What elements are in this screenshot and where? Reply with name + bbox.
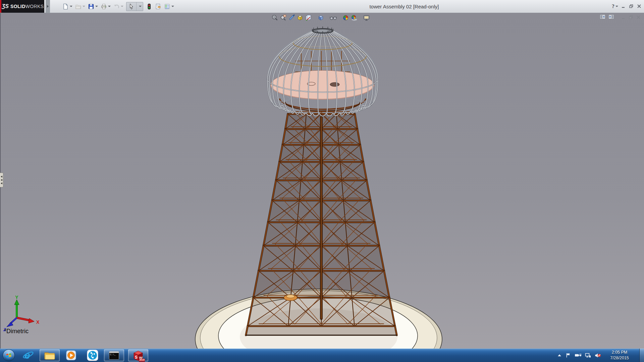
zoom-to-area-icon <box>280 14 287 21</box>
headsup-group-display <box>317 14 325 21</box>
open-folder-icon <box>75 3 82 10</box>
document-restore-button[interactable] <box>629 14 633 20</box>
brand-works: WORKS <box>25 4 44 9</box>
document-minimize-button[interactable] <box>622 14 626 20</box>
file-properties-button[interactable] <box>155 3 161 10</box>
save-icon <box>88 3 94 10</box>
flag-icon <box>566 353 571 358</box>
internet-explorer-icon: e <box>22 349 34 361</box>
start-button[interactable] <box>0 349 17 362</box>
taskbar-slot-explorer <box>39 349 60 362</box>
shaded-cube-button[interactable] <box>317 14 325 21</box>
taskbar-item-share-app[interactable] <box>82 349 103 362</box>
select-tool <box>126 2 143 11</box>
titlebar-controls: ? <box>612 0 641 13</box>
taskbar-item-command-prompt[interactable]: C:\_ <box>104 349 124 361</box>
apply-scene-button[interactable] <box>351 14 358 21</box>
standard-toolbar <box>62 0 177 13</box>
headsup-group-settings <box>363 14 370 21</box>
taskbar-item-windows-media-player[interactable] <box>60 349 82 362</box>
network-status-button[interactable] <box>585 353 591 358</box>
undo-dropdown-caret[interactable] <box>121 6 123 7</box>
select-button[interactable] <box>126 2 137 11</box>
options-checklist-icon <box>164 3 170 10</box>
show-hidden-icons-button[interactable] <box>557 353 562 357</box>
restore-icon <box>629 15 633 19</box>
pane-left-button[interactable] <box>600 14 605 20</box>
headsup-group-appearance <box>342 14 358 21</box>
help-dropdown-caret[interactable] <box>615 6 618 7</box>
print-button[interactable] <box>101 3 111 10</box>
taskbar-slot-solidworks: S W 2015 <box>127 349 149 362</box>
window-title: tower Assembly 02 [Read-only] <box>370 0 439 13</box>
share-app-icon <box>87 349 99 361</box>
show-desktop-button[interactable] <box>639 349 644 362</box>
power-status-button[interactable] <box>575 353 581 358</box>
pane-right-button[interactable] <box>608 14 614 20</box>
view-settings-button[interactable] <box>363 14 370 21</box>
open-dropdown-caret[interactable] <box>83 6 85 7</box>
edit-appearance-button[interactable] <box>342 14 350 21</box>
section-view-icon <box>288 14 295 21</box>
volume-button[interactable] <box>595 353 601 358</box>
select-dropdown-caret <box>139 6 142 7</box>
display-style-button[interactable] <box>305 14 312 21</box>
apply-scene-icon <box>351 14 358 21</box>
shaded-cube-icon <box>318 14 324 21</box>
taskbar-slot-cmd: C:\_ <box>103 349 125 362</box>
headsup-view-toolbar <box>271 14 370 21</box>
open-button[interactable] <box>75 3 85 10</box>
document-close-button[interactable] <box>636 14 641 20</box>
ie-e-glyph: e <box>24 350 30 361</box>
app-minimize-button[interactable] <box>622 3 626 9</box>
options-button[interactable] <box>164 3 174 10</box>
hide-show-items-button[interactable] <box>330 14 337 21</box>
display-style-icon <box>305 14 312 21</box>
app-close-button[interactable] <box>637 3 641 9</box>
restore-icon <box>629 4 634 8</box>
zoom-to-fit-icon <box>272 14 278 21</box>
new-dropdown-caret[interactable] <box>70 6 72 7</box>
headsup-group-visibility <box>330 14 337 21</box>
sw-letter-s: S <box>135 355 138 360</box>
orientation-triad: Y X Z <box>1 294 45 333</box>
view-orientation-button[interactable] <box>297 14 304 21</box>
section-view-button[interactable] <box>288 14 296 21</box>
cmd-prompt-text: C:\_ <box>109 353 119 356</box>
taskbar-item-solidworks-2015[interactable]: S W 2015 <box>128 349 148 361</box>
rebuild-traffic-light-icon <box>146 3 152 10</box>
volume-muted-icon <box>595 353 601 358</box>
rebuild-button[interactable] <box>146 3 152 10</box>
minimize-icon <box>622 4 626 8</box>
save-button[interactable] <box>88 3 98 10</box>
options-dropdown-caret[interactable] <box>171 6 174 7</box>
windows-explorer-icon <box>44 350 56 360</box>
new-document-button[interactable] <box>62 3 72 10</box>
document-window-controls <box>600 14 641 20</box>
new-document-icon <box>62 3 69 10</box>
undo-button[interactable] <box>113 3 123 10</box>
select-dropdown-button[interactable] <box>137 2 143 11</box>
view-settings-icon <box>363 14 370 21</box>
action-center-button[interactable] <box>566 353 571 358</box>
save-dropdown-caret[interactable] <box>95 6 98 7</box>
feature-manager-collapsed-tab[interactable] <box>0 173 3 187</box>
print-dropdown-caret[interactable] <box>108 6 111 7</box>
taskbar-item-windows-explorer[interactable] <box>40 349 60 361</box>
glasses-icon <box>330 14 337 21</box>
flyout-arrow-icon <box>47 5 49 8</box>
select-cursor-icon <box>128 3 135 10</box>
media-player-icon <box>66 350 76 361</box>
app-restore-button[interactable] <box>629 3 634 9</box>
network-icon <box>585 353 591 358</box>
collapse-arrow-icon <box>1 179 2 181</box>
menu-flyout-button[interactable] <box>46 0 50 13</box>
zoom-to-fit-button[interactable] <box>271 14 279 21</box>
zoom-to-area-button[interactable] <box>280 14 287 21</box>
taskbar-clock[interactable]: 2:05 PM 7/28/2015 <box>606 350 633 361</box>
help-button[interactable]: ? <box>612 3 618 9</box>
taskbar-item-internet-explorer[interactable]: e <box>17 349 39 362</box>
triad-y-label: Y <box>15 295 18 300</box>
close-icon <box>637 4 641 8</box>
graphics-viewport[interactable] <box>0 13 644 349</box>
